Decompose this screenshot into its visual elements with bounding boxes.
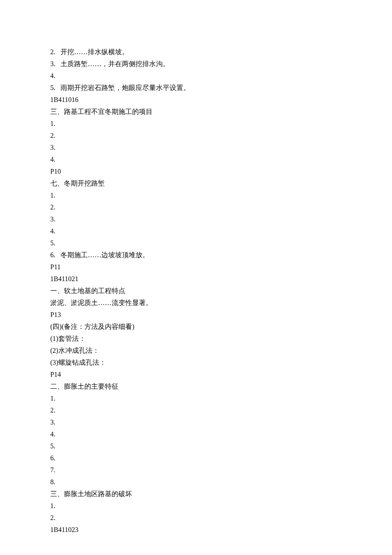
text-line: (1)套管法：	[50, 333, 342, 345]
page-ref: P14	[50, 369, 342, 381]
text-line: 4.	[50, 428, 342, 440]
section-code: 1B411016	[50, 94, 342, 106]
text-line: (2)水冲成孔法：	[50, 345, 342, 357]
text-line: (四)(备注：方法及内容细看)	[50, 321, 342, 333]
text-line: 3.	[50, 142, 342, 154]
text-line: 6.	[50, 452, 342, 464]
text-line: 2.	[50, 201, 342, 213]
text-line: 2.	[50, 404, 342, 416]
heading: 三、路基工程不宜冬期施工的项目	[50, 106, 342, 118]
page-ref: P13	[50, 309, 342, 321]
heading: 一、软土地基的工程特点	[50, 285, 342, 297]
text-line: 6. 冬期施工……边坡坡顶堆放。	[50, 249, 342, 261]
text-line: 7.	[50, 464, 342, 476]
page-ref: P11	[50, 261, 342, 273]
text-line: 3.	[50, 213, 342, 225]
text-line: 5.	[50, 440, 342, 452]
text-line: 1.	[50, 118, 342, 130]
text-line: 3.	[50, 416, 342, 428]
heading: 七、冬期开挖路堑	[50, 177, 342, 189]
text-line: 5.	[50, 237, 342, 249]
text-line: 5. 雨期开挖岩石路堑，炮眼应尽量水平设置。	[50, 82, 342, 94]
text-line: 2.	[50, 130, 342, 142]
text-line: 4.	[50, 154, 342, 166]
text-line: 2. 开挖……排水纵横坡。	[50, 46, 342, 58]
page-ref: P10	[50, 166, 342, 177]
text-line: 4.	[50, 70, 342, 82]
text-line: 8.	[50, 476, 342, 488]
section-code: 1B411023	[50, 524, 342, 536]
section-code: 1B411021	[50, 273, 342, 285]
text-line: 1.	[50, 189, 342, 201]
heading: 三、膨胀土地区路基的破坏	[50, 488, 342, 500]
heading: 二、膨胀土的主要特征	[50, 381, 342, 392]
text-line: 3. 土质路堑……，并在两侧挖排水沟。	[50, 58, 342, 70]
text-line: 淤泥、淤泥质土……流变性显著。	[50, 297, 342, 309]
text-line: 1.	[50, 500, 342, 512]
text-line: 1.	[50, 392, 342, 404]
text-line: 2.	[50, 512, 342, 524]
text-line: 4.	[50, 225, 342, 237]
document-page: 2. 开挖……排水纵横坡。 3. 土质路堑……，并在两侧挖排水沟。 4. 5. …	[0, 0, 392, 555]
text-line: (3)螺旋钻成孔法：	[50, 357, 342, 369]
